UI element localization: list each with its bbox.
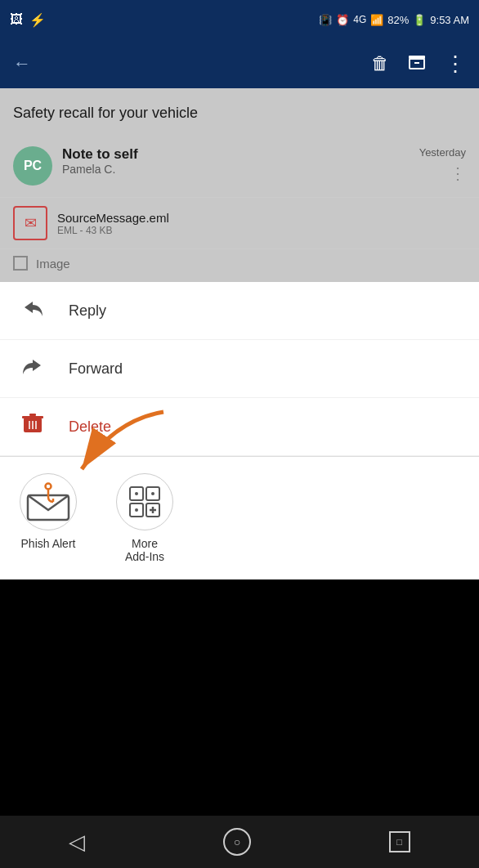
more-icon[interactable]: ⋮ <box>445 51 466 77</box>
email-card: PC Note to self Pamela C. Yesterday ⋮ <box>0 135 479 197</box>
network-icon: 4G <box>353 14 366 25</box>
archive-icon[interactable] <box>407 52 427 76</box>
status-bar: 🖼 ⚡ 📳 ⏰ 4G 📶 82% 🔋 9:53 AM <box>0 0 479 39</box>
attachment-size: EML - 43 KB <box>57 225 169 236</box>
reply-icon <box>20 297 46 324</box>
attachment-name: SourceMessage.eml <box>57 211 169 225</box>
svg-rect-4 <box>22 416 43 418</box>
svg-point-18 <box>135 492 138 495</box>
action-bar: ← 🗑 ⋮ <box>0 39 479 88</box>
svg-rect-5 <box>29 414 36 416</box>
image-checkbox[interactable] <box>13 256 28 271</box>
email-background: Safety recall for your vehicle <box>0 88 479 135</box>
forward-menu-item[interactable]: Forward <box>0 340 479 398</box>
battery-icon: 🔋 <box>413 14 426 26</box>
phish-alert-icon-wrapper <box>20 473 77 530</box>
delete-menu-item[interactable]: Delete <box>0 398 479 456</box>
attachment-row: ✉ SourceMessage.eml EML - 43 KB <box>0 197 479 248</box>
avatar: PC <box>13 146 52 186</box>
action-bar-icons: 🗑 ⋮ <box>371 51 466 77</box>
back-arrow-icon: ← <box>13 53 31 74</box>
phish-alert-addin[interactable]: Phish Alert <box>20 473 77 550</box>
phish-alert-icon <box>26 482 70 521</box>
sender-sub: Pamela C. <box>62 163 410 176</box>
attachment-icon: ✉ <box>13 206 47 240</box>
more-addins-label: MoreAdd-Ins <box>125 537 164 563</box>
avatar-initials: PC <box>24 159 42 173</box>
image-preview-row: Image <box>0 248 479 282</box>
delete-label: Delete <box>69 418 111 436</box>
email-subject: Safety recall for your vehicle <box>13 105 466 135</box>
forward-label: Forward <box>69 360 123 378</box>
email-date: Yesterday <box>419 146 466 159</box>
time-display: 9:53 AM <box>430 14 469 26</box>
reply-menu-item[interactable]: Reply <box>0 282 479 340</box>
email-meta: Yesterday ⋮ <box>419 146 466 183</box>
bolt-icon: ⚡ <box>29 12 46 28</box>
vibrate-icon: 📳 <box>319 14 332 26</box>
alarm-icon: ⏰ <box>336 14 349 26</box>
nav-back-button[interactable]: ◁ <box>69 830 85 855</box>
svg-point-11 <box>46 484 51 490</box>
more-addins-icon-wrapper <box>116 473 173 530</box>
delete-trash-icon <box>20 413 46 441</box>
email-more-icon[interactable]: ⋮ <box>450 163 466 183</box>
phish-alert-label: Phish Alert <box>21 537 76 550</box>
battery-percent: 82% <box>387 14 409 26</box>
more-addins-addin[interactable]: MoreAdd-Ins <box>116 473 173 563</box>
image-label: Image <box>36 257 70 271</box>
signal-icon: 📶 <box>370 14 383 26</box>
delete-icon[interactable]: 🗑 <box>371 53 389 74</box>
svg-point-19 <box>151 492 154 495</box>
svg-point-20 <box>135 508 138 512</box>
forward-icon <box>20 355 46 383</box>
addins-row: Phish Alert More <box>0 457 479 579</box>
email-info: Note to self Pamela C. <box>62 146 410 176</box>
nav-home-button[interactable]: ○ <box>223 828 251 856</box>
status-bar-right: 📳 ⏰ 4G 📶 82% 🔋 9:53 AM <box>319 14 469 26</box>
back-button[interactable]: ← <box>13 53 371 74</box>
image-icon: 🖼 <box>10 12 23 27</box>
sender-name: Note to self <box>62 146 410 163</box>
status-bar-left: 🖼 ⚡ <box>10 12 46 28</box>
eml-icon: ✉ <box>25 214 37 232</box>
more-addins-icon <box>128 485 161 518</box>
bottom-sheet: Reply Forward Delete <box>0 282 479 579</box>
nav-bar: ◁ ○ □ <box>0 816 479 868</box>
attachment-info: SourceMessage.eml EML - 43 KB <box>57 211 169 236</box>
reply-label: Reply <box>69 302 106 320</box>
nav-recent-button[interactable]: □ <box>389 831 410 852</box>
